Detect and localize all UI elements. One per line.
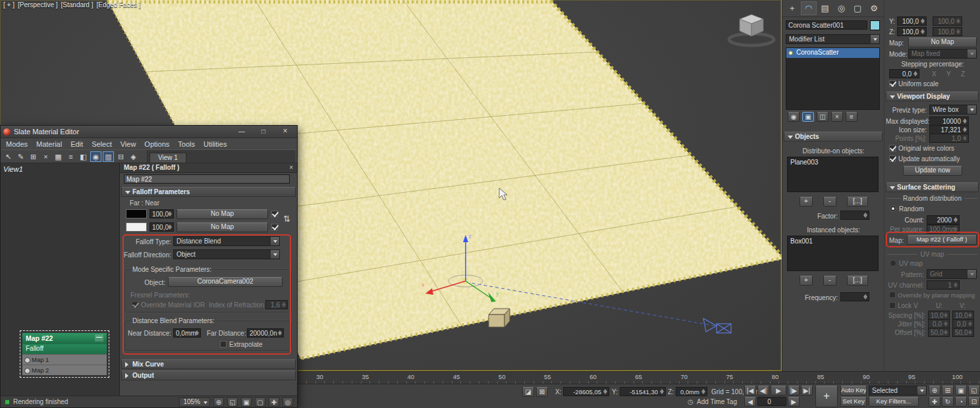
go-to-start-button[interactable]: |◀ — [744, 386, 756, 395]
falloff-parameters-rollout[interactable]: Falloff Parameters — [121, 187, 296, 197]
show-end-result-icon[interactable]: ▣ — [802, 112, 814, 122]
distribute-objects-list[interactable]: Plane003 — [787, 157, 879, 192]
mix-curve-rollout[interactable]: Mix Curve — [121, 359, 296, 369]
key-filters-button[interactable]: Key Filters... — [869, 397, 919, 407]
menu-view[interactable]: View — [121, 140, 136, 148]
orbit-icon[interactable]: ↻ — [942, 397, 954, 407]
current-frame-field[interactable]: 0 — [757, 397, 786, 406]
near-map-enable-checkbox[interactable] — [271, 211, 278, 217]
next-key-button[interactable]: ▶ — [788, 397, 800, 407]
original-wire-colors-checkbox[interactable] — [889, 145, 896, 151]
per-square-field[interactable]: 100,0mm — [927, 224, 960, 234]
add-instanced-object-button[interactable]: + — [800, 276, 813, 286]
play-button[interactable]: ▶ — [771, 386, 786, 395]
random-radio[interactable] — [890, 205, 896, 212]
maximize-viewport-toggle-icon[interactable]: ⊡ — [968, 397, 980, 407]
max-displayed-field[interactable]: 10000 — [929, 116, 969, 126]
display-tab[interactable]: ▢ — [850, 1, 865, 15]
show-shaded-material-icon[interactable]: ◧ — [78, 151, 89, 162]
index-of-refraction-field[interactable]: 1,6 — [265, 300, 288, 309]
scale-z-to-field[interactable]: 100,0 — [933, 27, 962, 36]
hide-unused-nodeslots-icon[interactable]: ⊟ — [115, 151, 126, 162]
extrapolate-checkbox[interactable] — [220, 341, 227, 347]
configure-modifier-sets-icon[interactable]: ≡ — [846, 112, 858, 122]
pick-material-icon[interactable]: ✎ — [15, 151, 26, 162]
far-amount-field[interactable]: 100,0 — [150, 222, 174, 232]
near-distance-field[interactable]: 0,0mm — [173, 328, 201, 338]
orbit-tool-icon[interactable]: ◎ — [283, 397, 293, 407]
remove-instanced-object-button[interactable]: - — [823, 276, 836, 286]
object-color-swatch[interactable] — [870, 20, 880, 30]
pattern-dropdown[interactable]: Grid — [927, 269, 977, 279]
zoom-extents-icon[interactable]: ▣ — [241, 397, 252, 407]
output-rollout[interactable]: Output — [121, 370, 296, 380]
remove-modifier-icon[interactable]: × — [831, 112, 843, 122]
offset-v-field[interactable]: 50,0 — [952, 328, 974, 337]
instanced-objects-list[interactable]: Box001 — [787, 236, 879, 271]
pick-instanced-objects-button[interactable]: [...] — [847, 276, 868, 286]
maximize-button[interactable]: □ — [254, 127, 273, 137]
previous-frame-button[interactable]: ◀| — [757, 386, 769, 395]
set-key-button[interactable]: Set Key — [840, 397, 867, 407]
make-unique-icon[interactable]: ◫ — [817, 112, 829, 122]
modify-tab[interactable]: ◠ — [801, 1, 817, 15]
modifier-enable-bulb-icon[interactable] — [788, 51, 793, 55]
falloff-map-node[interactable]: Map #22 — Falloff Map 1 Map 2 — [22, 333, 107, 375]
menu-select[interactable]: Select — [92, 140, 112, 148]
menu-edit[interactable]: Edit — [70, 140, 83, 148]
viewport-shading-menu[interactable]: [Edged Faces ] — [96, 1, 140, 9]
isolate-selection-toggle-icon[interactable]: ◪ — [522, 387, 534, 397]
update-now-button[interactable]: Update now — [903, 166, 962, 176]
pick-distribute-objects-button[interactable]: [...] — [847, 197, 868, 207]
viewport-plus-menu[interactable]: [ + ] — [3, 1, 14, 9]
viewport-render-style-menu[interactable]: [Standard ] — [61, 1, 94, 9]
near-color-swatch[interactable] — [126, 209, 147, 218]
scale-z-from-field[interactable]: 100,0 — [897, 27, 927, 36]
objects-rollout-header[interactable]: Objects — [784, 132, 883, 141]
previous-key-button[interactable]: ◀ — [744, 397, 756, 407]
zoom-level-dropdown[interactable]: 105% — [179, 397, 210, 407]
timeline-ruler[interactable]: 30 35 40 45 50 55 60 65 70 75 80 85 90 9… — [297, 371, 980, 384]
zoom-tool-icon[interactable]: ⊕ — [213, 397, 224, 407]
count-field[interactable]: 2000 — [927, 215, 960, 224]
zoom-extents-tool-icon[interactable]: ◈ — [128, 151, 139, 162]
selection-lock-toggle-icon[interactable]: ⊠ — [536, 387, 548, 397]
show-background-icon[interactable]: ▥ — [103, 151, 114, 162]
add-distribute-object-button[interactable]: + — [800, 197, 813, 207]
y-coordinate-field[interactable]: -51541,30 — [620, 387, 666, 396]
map-name-field[interactable]: Map #22 — [124, 174, 290, 184]
x-coordinate-field[interactable]: -28605,05 — [563, 387, 609, 396]
near-map-button[interactable]: No Map — [177, 209, 268, 219]
zoom-extents-selected-icon[interactable]: ▢ — [255, 397, 265, 407]
surface-scattering-rollout-header[interactable]: Surface Scattering — [886, 182, 979, 192]
list-item[interactable]: Plane003 — [788, 157, 878, 167]
node-collapse-button[interactable]: — — [95, 334, 103, 342]
falloff-object-button[interactable]: CoronaCamera002 — [168, 277, 283, 287]
viewport-pov-menu[interactable]: [Perspective ] — [18, 1, 58, 9]
menu-utilities[interactable]: Utilities — [204, 140, 227, 148]
list-item[interactable]: Box001 — [788, 236, 878, 246]
jitter-v-field[interactable]: 0,0 — [952, 319, 974, 328]
node-slot-map1[interactable]: Map 1 — [22, 354, 107, 365]
icon-size-field[interactable]: 17,321 — [929, 125, 969, 134]
utilities-tab[interactable]: ⚙ — [866, 1, 882, 15]
spacing-u-field[interactable]: 10,0 — [928, 311, 950, 320]
spacing-v-field[interactable]: 10,0 — [952, 311, 974, 320]
menu-tools[interactable]: Tools — [178, 140, 195, 148]
selection-set-dropdown[interactable]: Selected — [869, 386, 927, 395]
zoom-all-icon[interactable]: ⊞ — [942, 386, 954, 395]
points-percent-field[interactable]: 1,0 — [929, 134, 969, 143]
node-slot-map2[interactable]: Map 2 — [22, 365, 107, 375]
hierarchy-tab[interactable]: ▤ — [817, 1, 833, 15]
menu-options[interactable]: Options — [144, 140, 169, 148]
parameter-editor-close-icon[interactable]: × — [289, 163, 293, 172]
offset-u-field[interactable]: 50,0 — [928, 328, 950, 337]
field-of-view-icon[interactable]: ◔ — [955, 397, 967, 407]
falloff-direction-dropdown[interactable]: Object — [173, 249, 280, 259]
select-tool-icon[interactable]: ↖ — [3, 151, 14, 162]
menu-modes[interactable]: Modes — [6, 140, 28, 148]
material-preview-icon[interactable]: ◉ — [90, 151, 101, 162]
scale-map-button[interactable]: No Map — [908, 38, 977, 47]
box001-object[interactable] — [489, 309, 510, 327]
remove-distribute-object-button[interactable]: - — [823, 197, 836, 207]
